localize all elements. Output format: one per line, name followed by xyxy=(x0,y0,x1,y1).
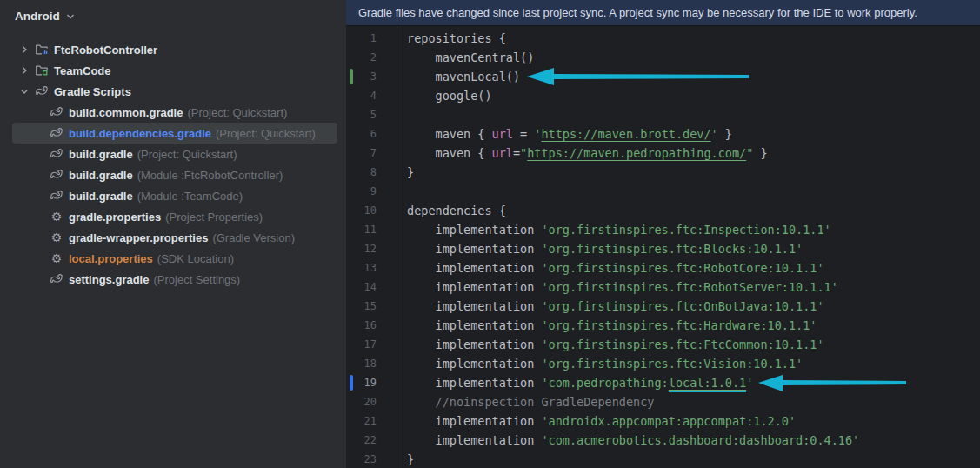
code-line-18[interactable]: 18 implementation 'org.firstinspires.ftc… xyxy=(346,354,980,373)
code-token: local:1.0.1 xyxy=(669,376,746,392)
tree-item-gradle-scripts[interactable]: Gradle Scripts xyxy=(12,81,337,102)
tree-item-local-properties[interactable]: ⚙local.properties(SDK Location) xyxy=(12,248,337,269)
code-token: implementation xyxy=(407,414,541,428)
tree-item-settings-gradle[interactable]: settings.gradle(Project Settings) xyxy=(12,269,337,290)
code-token: } xyxy=(407,165,414,179)
code-text[interactable]: implementation 'org.firstinspires.ftc:Ha… xyxy=(397,316,817,335)
editor-gutter-cell: 23 xyxy=(346,450,397,468)
code-text[interactable]: maven { url = 'https://maven.brott.dev/'… xyxy=(397,124,732,144)
editor-gutter-cell: 11 xyxy=(346,220,397,239)
code-line-19[interactable]: 19 implementation 'com.pedropathing:loca… xyxy=(346,373,980,392)
code-text[interactable] xyxy=(397,182,407,201)
editor-gutter-cell: 21 xyxy=(346,411,397,431)
code-line-8[interactable]: 8} xyxy=(346,163,980,182)
code-text[interactable]: implementation 'org.firstinspires.ftc:Bl… xyxy=(397,239,803,258)
code-text[interactable]: mavenLocal() xyxy=(397,67,520,86)
code-token: } xyxy=(753,146,767,160)
code-line-20[interactable]: 20 //noinspection GradleDependency xyxy=(346,392,980,411)
code-line-6[interactable]: 6 maven { url = 'https://maven.brott.dev… xyxy=(346,124,980,144)
project-view-header[interactable]: Android xyxy=(0,0,346,32)
code-line-1[interactable]: 1repositories { xyxy=(346,29,980,48)
tree-item-ftcrobotcontroller[interactable]: FtcRobotController xyxy=(12,39,337,60)
tree-item-gradle-wrapper-properties[interactable]: ⚙gradle-wrapper.properties(Gradle Versio… xyxy=(12,227,337,248)
code-text[interactable]: implementation 'org.firstinspires.ftc:Ro… xyxy=(397,258,824,277)
tree-item-build-gradle[interactable]: build.gradle(Module :FtcRobotController) xyxy=(12,164,337,185)
line-number: 20 xyxy=(364,396,377,408)
code-text[interactable]: //noinspection GradleDependency xyxy=(397,392,654,411)
gradle-icon xyxy=(50,189,63,203)
file-name: local.properties xyxy=(69,252,153,265)
code-token: url xyxy=(492,127,513,141)
tree-item-teamcode[interactable]: TeamCode xyxy=(12,60,337,81)
file-name: Gradle Scripts xyxy=(54,85,131,98)
vcs-change-marker-changed[interactable] xyxy=(350,375,353,391)
code-token: 'org.firstinspires.ftc:Inspection:10.1.1… xyxy=(541,223,830,237)
project-view-mode-label: Android xyxy=(15,10,60,23)
code-line-14[interactable]: 14 implementation 'org.firstinspires.ftc… xyxy=(346,277,980,297)
line-number: 11 xyxy=(364,224,377,236)
chevron-right-icon[interactable] xyxy=(17,64,31,77)
editor-gutter-cell: 1 xyxy=(346,29,397,48)
code-text[interactable]: repositories { xyxy=(397,29,506,48)
gradle-icon xyxy=(50,126,63,140)
project-tree: FtcRobotControllerTeamCodeGradle Scripts… xyxy=(0,39,346,290)
code-line-11[interactable]: 11 implementation 'org.firstinspires.ftc… xyxy=(346,220,980,239)
code-line-7[interactable]: 7 maven { url="https://maven.pedropathin… xyxy=(346,144,980,163)
code-token: 'org.firstinspires.ftc:Blocks:10.1.1' xyxy=(541,242,803,256)
chevron-down-icon[interactable] xyxy=(17,84,31,98)
code-line-21[interactable]: 21 implementation 'androidx.appcompat:ap… xyxy=(346,411,980,431)
code-line-16[interactable]: 16 implementation 'org.firstinspires.ftc… xyxy=(346,316,980,335)
code-text[interactable]: maven { url="https://maven.pedropathing.… xyxy=(397,144,768,163)
code-text[interactable]: implementation 'com.pedropathing:local:1… xyxy=(397,373,753,392)
code-text[interactable]: } xyxy=(397,450,414,468)
code-token: implementation xyxy=(407,223,541,237)
code-text[interactable] xyxy=(397,105,407,124)
line-number: 21 xyxy=(364,415,377,427)
editor-gutter-cell: 5 xyxy=(346,105,397,124)
chevron-right-icon[interactable] xyxy=(17,43,31,57)
code-token: 'com.pedropathing: xyxy=(541,376,668,390)
code-line-2[interactable]: 2 mavenCentral() xyxy=(346,48,980,67)
vcs-change-marker-added[interactable] xyxy=(350,69,353,84)
editor-gutter-cell: 2 xyxy=(346,48,397,67)
code-line-10[interactable]: 10dependencies { xyxy=(346,201,980,220)
editor-pane: Gradle files have changed since last pro… xyxy=(346,0,980,468)
code-token: 'org.firstinspires.ftc:Hardware:10.1.1' xyxy=(541,318,817,332)
code-line-5[interactable]: 5 xyxy=(346,105,980,124)
code-line-12[interactable]: 12 implementation 'org.firstinspires.ftc… xyxy=(346,239,980,258)
code-line-17[interactable]: 17 implementation 'org.firstinspires.ftc… xyxy=(346,335,980,354)
file-annotation: (Project: Quickstart) xyxy=(187,106,287,119)
tree-item-build-gradle[interactable]: build.gradle(Project: Quickstart) xyxy=(12,144,337,164)
code-text[interactable]: mavenCentral() xyxy=(397,48,534,67)
gradle-icon xyxy=(50,168,63,182)
code-text[interactable]: } xyxy=(397,163,414,182)
code-text[interactable]: google() xyxy=(397,86,492,105)
code-text[interactable]: implementation 'org.firstinspires.ftc:In… xyxy=(397,220,831,239)
code-editor[interactable]: 1repositories {2 mavenCentral()3 mavenLo… xyxy=(346,26,980,468)
code-text[interactable]: implementation 'org.firstinspires.ftc:Ro… xyxy=(397,277,838,297)
code-text[interactable]: implementation 'org.firstinspires.ftc:Ft… xyxy=(397,335,824,354)
tree-item-build-gradle[interactable]: build.gradle(Module :TeamCode) xyxy=(12,185,337,206)
code-line-4[interactable]: 4 google() xyxy=(346,86,980,105)
editor-gutter-cell: 3 xyxy=(346,67,397,86)
line-number: 12 xyxy=(364,243,377,255)
code-line-15[interactable]: 15 implementation 'org.firstinspires.ftc… xyxy=(346,297,980,316)
tree-item-gradle-properties[interactable]: ⚙gradle.properties(Project Properties) xyxy=(12,206,337,227)
code-line-22[interactable]: 22 implementation 'com.acmerobotics.dash… xyxy=(346,431,980,450)
code-text[interactable]: dependencies { xyxy=(397,201,506,220)
code-line-13[interactable]: 13 implementation 'org.firstinspires.ftc… xyxy=(346,258,980,277)
file-annotation: (Project: Quickstart) xyxy=(137,148,237,161)
code-token: ' xyxy=(711,127,718,141)
tree-item-build-common-gradle[interactable]: build.common.gradle(Project: Quickstart) xyxy=(12,102,337,123)
file-name: gradle.properties xyxy=(69,211,161,224)
code-line-9[interactable]: 9 xyxy=(346,182,980,201)
code-text[interactable]: implementation 'org.firstinspires.ftc:Vi… xyxy=(397,354,803,373)
editor-gutter-cell: 15 xyxy=(346,297,397,316)
code-line-3[interactable]: 3 mavenLocal() xyxy=(346,67,980,86)
code-text[interactable]: implementation 'androidx.appcompat:appco… xyxy=(397,411,796,431)
code-line-23[interactable]: 23} xyxy=(346,450,980,468)
tree-item-build-dependencies-gradle[interactable]: build.dependencies.gradle(Project: Quick… xyxy=(12,123,337,144)
code-text[interactable]: implementation 'org.firstinspires.ftc:On… xyxy=(397,297,824,316)
gradle-icon xyxy=(50,272,63,286)
code-text[interactable]: implementation 'com.acmerobotics.dashboa… xyxy=(397,431,859,450)
